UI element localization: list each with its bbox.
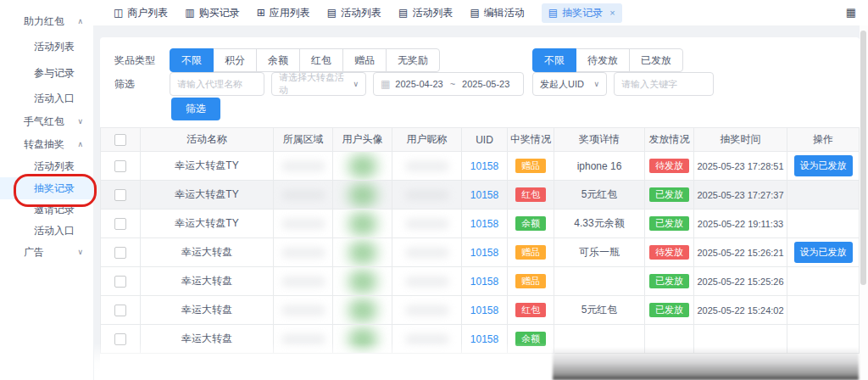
col-nickname: 用户昵称: [392, 128, 462, 152]
sidebar-item-participation-records[interactable]: 参与记录: [0, 62, 93, 84]
date-start-value: 2025-04-23: [395, 79, 442, 89]
agent-name-input[interactable]: [170, 72, 264, 96]
activity-name: 幸运大转盘TY: [141, 181, 274, 210]
sidebar-group-ads[interactable]: 广告∨: [0, 241, 93, 263]
grant-status-badge: 已发放: [649, 216, 689, 232]
grant-status-badge: 已发放: [649, 303, 689, 318]
activity-name: 幸运大转盘: [141, 238, 274, 267]
uid-link[interactable]: 10158: [470, 305, 498, 316]
sidebar-group-boost-redpacket[interactable]: 助力红包∧: [0, 10, 93, 32]
sidebar: 助力红包∧ 活动列表 参与记录 活动入口 手气红包∨ 转盘抽奖∧ 活动列表 抽奖…: [0, 0, 93, 380]
sidebar-group-lucky-redpacket[interactable]: 手气红包∨: [0, 110, 93, 132]
col-prize-result: 中奖情况: [508, 128, 554, 152]
region-blurred: [281, 277, 326, 287]
prize-detail: 5元红包: [554, 296, 645, 325]
draw-time: 2025-05-22 15:25:26: [694, 267, 787, 296]
status-option-pending[interactable]: 待发放: [576, 48, 630, 72]
activity-name: 幸运大转盘TY: [141, 152, 274, 181]
sidebar-item-invite-records[interactable]: 邀请记录: [0, 198, 93, 221]
keyword-input-field[interactable]: [621, 79, 706, 89]
select-all-checkbox[interactable]: [114, 134, 126, 146]
row-checkbox[interactable]: [114, 160, 126, 172]
nickname-blurred: [405, 219, 449, 229]
chevron-down-icon: ∨: [77, 110, 83, 132]
prize-type-segmented-control: 不限 积分 余额 红包 赠品 无奖励: [170, 48, 440, 72]
date-range-picker[interactable]: ▦ 2025-04-23 ~ 2025-05-23: [373, 72, 524, 96]
prize-type-option-balance[interactable]: 余额: [256, 48, 300, 72]
grant-status-badge: 待发放: [649, 159, 689, 174]
date-end-value: 2025-05-23: [462, 79, 509, 89]
nickname-blurred: [405, 161, 449, 171]
chevron-up-icon: ∧: [77, 10, 83, 32]
status-option-granted[interactable]: 已发放: [629, 48, 683, 72]
scrollbar-thumb[interactable]: [860, 31, 866, 285]
col-actions: 操作: [787, 128, 859, 152]
header-select-all: [101, 128, 141, 152]
sidebar-item-lottery-records[interactable]: 抽奖记录: [0, 177, 93, 199]
list-icon: ▤: [470, 7, 479, 19]
tab-activity-list-2[interactable]: ▤活动列表: [398, 6, 453, 20]
list-icon: ▤: [327, 7, 337, 19]
tab-merchant-list[interactable]: ◫商户列表: [114, 6, 168, 20]
search-type-select[interactable]: 发起人UID ∨: [532, 72, 607, 96]
uid-link[interactable]: 10158: [470, 333, 498, 345]
user-avatar-blurred: [348, 299, 377, 322]
user-avatar-blurred: [348, 270, 377, 293]
prize-type-badge: 红包: [515, 187, 546, 203]
tab-lottery-records-active[interactable]: ▤抽奖记录×: [542, 3, 622, 23]
sidebar-item-activity-list-1[interactable]: 活动列表: [0, 36, 93, 58]
prize-detail: 4.33元余额: [554, 210, 645, 238]
sidebar-item-activity-entry-2[interactable]: 活动入口: [0, 220, 93, 242]
keyword-input[interactable]: [614, 72, 714, 96]
draw-time: [694, 325, 787, 354]
filter-submit-button[interactable]: 筛选: [171, 98, 220, 120]
layout-grid-icon[interactable]: ▦: [846, 7, 856, 19]
sidebar-item-activity-entry-1[interactable]: 活动入口: [0, 87, 93, 109]
status-option-all[interactable]: 不限: [532, 48, 576, 72]
col-uid: UID: [462, 128, 508, 152]
nickname-blurred: [405, 305, 449, 316]
uid-link[interactable]: 10158: [470, 189, 498, 201]
table-header-row: 活动名称 所属区域 用户头像 用户昵称 UID 中奖情况 奖项详情 发放情况 抽…: [101, 128, 859, 152]
prize-type-badge: 余额: [515, 332, 546, 347]
table-row: 幸运大转盘TY 10158 赠品 iphone 16 待发放 2025-05-2…: [101, 152, 859, 181]
row-checkbox[interactable]: [114, 333, 126, 345]
prize-type-option-gift[interactable]: 赠品: [342, 48, 387, 72]
prize-type-option-points[interactable]: 积分: [213, 48, 257, 72]
row-checkbox[interactable]: [114, 189, 126, 201]
nickname-blurred: [405, 248, 449, 258]
tab-activity-list-1[interactable]: ▤活动列表: [327, 6, 381, 20]
prize-type-option-all[interactable]: 不限: [170, 48, 214, 72]
tab-edit-activity[interactable]: ▤编辑活动: [470, 6, 524, 20]
nickname-blurred: [405, 334, 449, 344]
region-blurred: [281, 334, 326, 344]
card-icon: ▥: [185, 7, 194, 19]
wheel-activity-select[interactable]: 请选择大转盘活动 ∨: [271, 72, 366, 96]
prize-type-option-redpacket[interactable]: 红包: [299, 48, 343, 72]
uid-link[interactable]: 10158: [470, 218, 498, 230]
tab-purchase-records[interactable]: ▥购买记录: [185, 6, 239, 20]
sidebar-item-activity-list-2[interactable]: 活动列表: [0, 155, 93, 177]
table-row: 幸运大转盘TY 10158 红包 5元红包 已发放 2025-05-23 17:…: [101, 181, 859, 210]
row-checkbox[interactable]: [114, 218, 126, 230]
prize-type-option-noreward[interactable]: 无奖励: [386, 48, 440, 72]
sidebar-group-wheel-lottery[interactable]: 转盘抽奖∧: [0, 133, 93, 155]
mark-granted-button[interactable]: 设为已发放: [794, 155, 853, 176]
row-checkbox[interactable]: [114, 247, 126, 259]
row-checkbox[interactable]: [114, 276, 126, 288]
tab-app-list[interactable]: ⊞应用列表: [257, 6, 310, 20]
uid-link[interactable]: 10158: [470, 276, 498, 288]
close-icon[interactable]: ×: [609, 8, 615, 18]
region-blurred: [281, 305, 326, 316]
draw-time: 2025-05-23 17:28:51: [694, 152, 787, 181]
activity-name: 幸运大转盘TY: [141, 210, 274, 238]
row-checkbox[interactable]: [114, 305, 126, 316]
mark-granted-button[interactable]: 设为已发放: [794, 242, 853, 263]
uid-link[interactable]: 10158: [470, 160, 498, 172]
records-table: 活动名称 所属区域 用户头像 用户昵称 UID 中奖情况 奖项详情 发放情况 抽…: [100, 127, 860, 354]
chevron-down-icon: ∨: [77, 241, 83, 263]
col-region: 所属区域: [274, 128, 333, 152]
chevron-up-icon: ∧: [77, 133, 83, 155]
agent-name-input-field[interactable]: [177, 79, 257, 89]
uid-link[interactable]: 10158: [470, 247, 498, 259]
